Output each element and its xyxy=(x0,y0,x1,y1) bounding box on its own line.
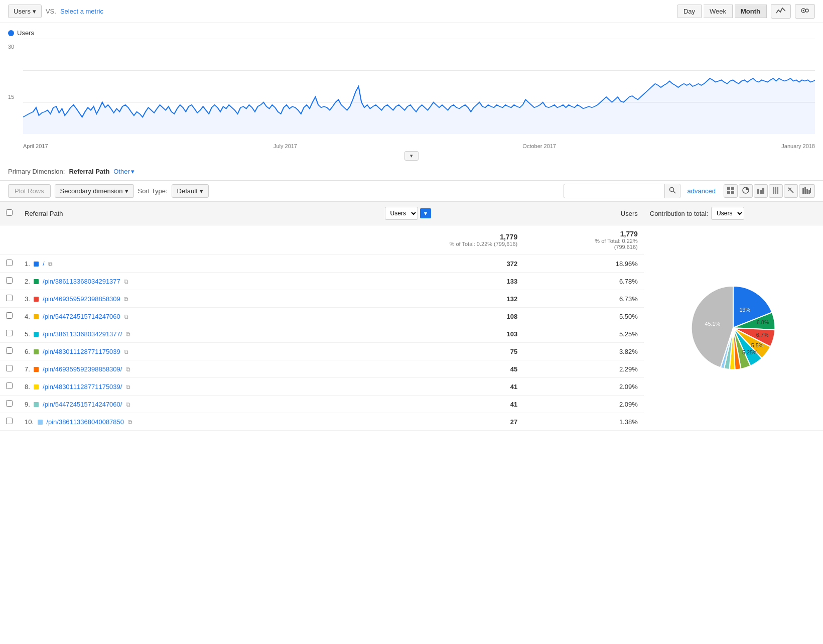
row-path-link[interactable]: /pin/544724515714247060 xyxy=(43,313,120,320)
lifetime-button[interactable] xyxy=(799,184,815,198)
row-referral-path: 7. /pin/469359592398858309/ ⧉ xyxy=(19,360,379,378)
row-checkbox-cell xyxy=(0,290,19,308)
row-number: 7. xyxy=(25,365,30,373)
row-checkbox[interactable] xyxy=(6,382,13,389)
copy-icon[interactable]: ⧉ xyxy=(126,366,130,373)
metric-dropdown[interactable]: Users ▾ xyxy=(8,5,42,18)
month-button[interactable]: Month xyxy=(735,5,767,18)
users-sort-select[interactable]: Users xyxy=(385,207,418,220)
copy-icon[interactable]: ⧉ xyxy=(124,313,128,320)
select-metric-link[interactable]: Select a metric xyxy=(60,8,103,15)
copy-icon[interactable]: ⧉ xyxy=(126,383,130,391)
col-settings-button[interactable] xyxy=(769,184,783,198)
motionplot-button[interactable] xyxy=(795,4,815,19)
row-users-percent: 6.78% xyxy=(523,273,644,290)
secondary-dimension-button[interactable]: Secondary dimension ▾ xyxy=(55,184,134,198)
search-button[interactable] xyxy=(664,184,680,198)
row-checkbox[interactable] xyxy=(6,312,13,319)
grid-view-button[interactable] xyxy=(724,184,738,198)
header-users: Users xyxy=(523,202,644,225)
copy-icon[interactable]: ⧉ xyxy=(126,401,130,408)
row-path-link[interactable]: /pin/386113368034291377 xyxy=(43,278,120,285)
row-users-percent: 2.29% xyxy=(523,360,644,378)
contribution-select[interactable]: Users xyxy=(711,207,744,220)
row-path-link[interactable]: /pin/544724515714247060/ xyxy=(43,401,122,408)
sort-type-label: Sort Type: xyxy=(138,187,168,195)
row-users-sort: 41 xyxy=(379,396,524,413)
totals-row: 1,779 % of Total: 0.22% (799,616) 1,779 … xyxy=(0,225,823,255)
row-path-link[interactable]: /pin/483011128771175039 xyxy=(43,348,120,355)
row-path-link[interactable]: /pin/469359592398858309/ xyxy=(43,365,122,373)
row-referral-path: 2. /pin/386113368034291377 ⧉ xyxy=(19,273,379,290)
row-checkbox[interactable] xyxy=(6,295,13,301)
pie-section: 19%6.8%6.7%5.5%5.25%45.1% xyxy=(650,268,817,388)
row-checkbox-cell xyxy=(0,396,19,413)
top-toolbar: Users ▾ VS. Select a metric Day Week Mon… xyxy=(0,0,823,23)
sort-default-button[interactable]: Default ▾ xyxy=(172,184,209,198)
y-axis-labels: 30 15 xyxy=(8,39,14,149)
search-input[interactable] xyxy=(564,185,664,197)
pie-view-button[interactable] xyxy=(739,184,753,198)
row-checkbox[interactable] xyxy=(6,277,13,284)
copy-icon[interactable]: ⧉ xyxy=(48,261,53,268)
sort-arrow: ▾ xyxy=(200,187,203,195)
totals-users-sort-sub: % of Total: 0.22% (799,616) xyxy=(385,241,518,247)
row-color-swatch xyxy=(34,297,39,302)
plot-rows-button[interactable]: Plot Rows xyxy=(8,184,51,198)
pie-label: 5.5% xyxy=(751,342,764,348)
sort-down-button[interactable]: ▼ xyxy=(420,208,432,218)
row-checkbox[interactable] xyxy=(6,418,13,424)
row-number: 9. xyxy=(25,401,30,408)
secondary-dim-arrow: ▾ xyxy=(125,187,128,195)
vs-text: VS. xyxy=(46,8,56,15)
row-users-sort: 103 xyxy=(379,325,524,343)
pie-label: 45.1% xyxy=(705,321,721,327)
advanced-link[interactable]: advanced xyxy=(688,187,716,195)
svg-rect-22 xyxy=(804,187,806,194)
row-path-link[interactable]: /pin/386113368040087850 xyxy=(46,418,124,426)
row-path-link[interactable]: /pin/483011128771175039/ xyxy=(43,383,122,391)
bar-view-button[interactable] xyxy=(754,184,768,198)
x-axis-labels: April 2017 July 2017 October 2017 Januar… xyxy=(23,143,815,149)
row-users-percent: 18.96% xyxy=(523,255,644,273)
header-checkbox-cell xyxy=(0,202,19,225)
svg-rect-8 xyxy=(727,187,730,190)
other-label: Other xyxy=(113,168,130,175)
row-checkbox[interactable] xyxy=(6,330,13,336)
row-checkbox[interactable] xyxy=(6,400,13,407)
row-color-swatch xyxy=(34,332,39,337)
row-checkbox-cell xyxy=(0,308,19,325)
pivot-button[interactable] xyxy=(784,184,798,198)
copy-icon[interactable]: ⧉ xyxy=(124,348,128,355)
row-checkbox[interactable] xyxy=(6,260,13,266)
row-checkbox[interactable] xyxy=(6,347,13,354)
svg-rect-24 xyxy=(808,190,810,194)
day-button[interactable]: Day xyxy=(677,5,702,18)
row-users-sort: 133 xyxy=(379,273,524,290)
copy-icon[interactable]: ⧉ xyxy=(124,278,128,285)
copy-icon[interactable]: ⧉ xyxy=(128,419,132,426)
header-users-sort: Users ▼ xyxy=(379,202,524,225)
pie-label: 6.7% xyxy=(756,332,769,338)
row-path-link[interactable]: /pin/469359592398858309 xyxy=(43,295,120,303)
row-checkbox[interactable] xyxy=(6,365,13,371)
select-all-checkbox[interactable] xyxy=(6,209,13,216)
row-color-swatch xyxy=(34,314,39,319)
row-number: 10. xyxy=(25,418,34,426)
row-path-link[interactable]: /pin/386113368034291377/ xyxy=(43,330,122,338)
week-button[interactable]: Week xyxy=(704,5,733,18)
row-number: 6. xyxy=(25,348,30,355)
row-users-sort: 75 xyxy=(379,343,524,360)
collapse-button[interactable]: ▾ xyxy=(404,151,419,161)
row-number: 2. xyxy=(25,278,30,285)
other-dropdown[interactable]: Other ▾ xyxy=(113,168,134,175)
copy-icon[interactable]: ⧉ xyxy=(126,331,130,338)
row-path-link[interactable]: / xyxy=(43,260,45,268)
row-number: 5. xyxy=(25,330,30,338)
row-referral-path: 1. / ⧉ xyxy=(19,255,379,273)
svg-rect-16 xyxy=(773,187,774,194)
line-chart-button[interactable] xyxy=(771,4,791,19)
copy-icon[interactable]: ⧉ xyxy=(124,296,128,303)
totals-users-sub: % of Total: 0.22% (799,616) xyxy=(529,238,638,250)
row-checkbox-cell xyxy=(0,343,19,360)
